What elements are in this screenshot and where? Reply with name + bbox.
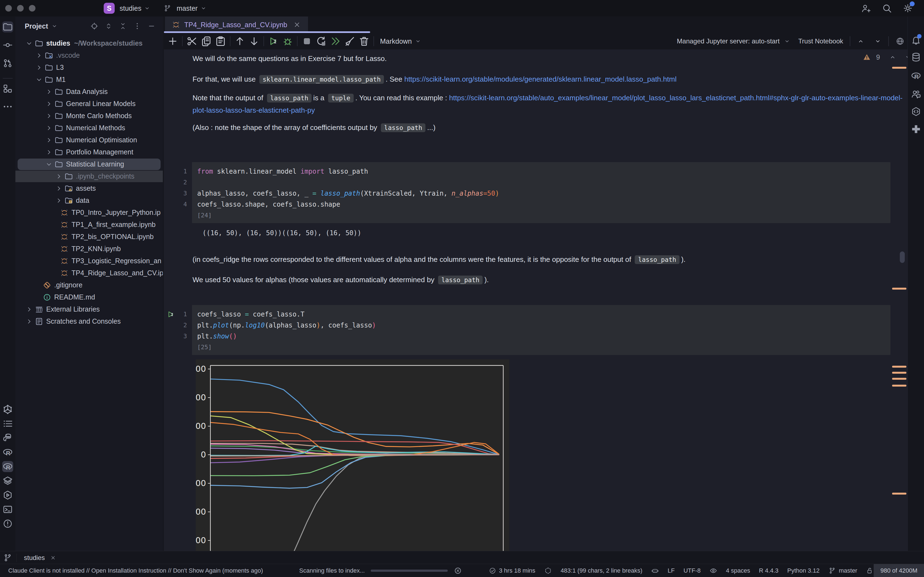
tree-item--gitignore[interactable]: .gitignore (15, 279, 163, 291)
chevron-right-icon[interactable] (25, 318, 33, 325)
chevron-right-icon[interactable] (35, 52, 43, 60)
hide-panel-button[interactable] (147, 22, 156, 30)
paste-cell-button[interactable] (213, 35, 228, 47)
expand-all-button[interactable] (105, 22, 113, 30)
next-cell-button[interactable] (874, 37, 882, 45)
code-line[interactable]: plt.show() (197, 331, 237, 342)
window-zoom-button[interactable] (29, 5, 36, 11)
tree-item-l3[interactable]: L3 (15, 61, 163, 74)
tree-item-numerical-methods[interactable]: Numerical Methods (15, 122, 163, 134)
window-minimize-button[interactable] (17, 5, 24, 11)
tree-item--ipynb-checkpoints[interactable]: .ipynb_checkpoints (15, 170, 163, 182)
right-strip-item-r-graphics[interactable]: R (911, 70, 922, 81)
jupyter-server-selector[interactable]: Managed Jupyter server: auto-start (677, 37, 780, 45)
code-line[interactable]: alphas_lasso, coefs_lasso, _ = lasso_pat… (197, 188, 499, 199)
copy-cell-button[interactable] (199, 35, 213, 47)
tree-item-tp2-bis-optional-ipynb[interactable]: TP2_bis_OPTIONAL.ipynb (15, 231, 163, 243)
tree-item-monte-carlo-methods[interactable]: Monte Carlo Methods (15, 110, 163, 122)
chevron-down-icon[interactable] (25, 40, 33, 47)
tree-item-external-libraries[interactable]: External Libraries (15, 303, 163, 316)
add-cell-button[interactable] (166, 35, 180, 47)
chevron-right-icon[interactable] (45, 124, 53, 132)
move-cell-down-button[interactable] (247, 35, 261, 47)
window-close-button[interactable] (5, 5, 12, 11)
status-widget-python-interpreter[interactable]: Python 3.12 (787, 567, 819, 574)
options-menu-button[interactable] (133, 22, 141, 30)
right-strip-item-packages[interactable] (911, 106, 922, 117)
activity-bar-item-todo[interactable] (2, 418, 13, 429)
tab-tp4-ridge-lasso[interactable]: TP4_Ridge_Lasso_and_CV.ipynb (165, 16, 308, 33)
right-strip-item-notifications[interactable] (911, 35, 922, 46)
tree-item-tp4-ridge-lasso-and-cv-ip[interactable]: TP4_Ridge_Lasso_and_CV.ip (15, 267, 163, 279)
project-switcher[interactable]: studies (120, 5, 141, 12)
activity-bar-item-commit[interactable] (2, 40, 13, 50)
tree-item-data[interactable]: data (15, 195, 163, 206)
settings-button[interactable] (903, 3, 913, 13)
tree-item-scratches-and-consoles[interactable]: Scratches and Consoles (15, 316, 163, 327)
chevron-down-icon[interactable] (45, 160, 53, 168)
tree-item-tp1-a-first-example-ipynb[interactable]: TP1_A_first_example.ipynb (15, 219, 163, 231)
chevron-right-icon[interactable] (45, 148, 53, 156)
close-icon[interactable] (50, 554, 57, 561)
activity-bar-item-pull-requests[interactable] (2, 58, 13, 69)
activity-bar-item-layers[interactable] (2, 475, 13, 486)
right-strip-item-code-with-me[interactable] (911, 89, 922, 100)
chevron-right-icon[interactable] (45, 136, 53, 144)
tree-item-m1[interactable]: M1 (15, 74, 163, 86)
chevron-right-icon[interactable] (45, 100, 53, 108)
trust-notebook-button[interactable]: Trust Notebook (798, 37, 843, 45)
status-widget-ai-assistant-status[interactable] (651, 567, 659, 575)
activity-bar-item-dependencies[interactable] (2, 404, 13, 415)
cut-cell-button[interactable] (185, 35, 199, 47)
status-widget-r-interpreter[interactable]: R 4.4.3 (759, 567, 779, 574)
interrupt-kernel-button[interactable] (300, 35, 314, 47)
search-icon[interactable] (882, 3, 892, 13)
right-strip-item-plugins[interactable] (911, 124, 922, 135)
right-strip-item-database[interactable] (911, 52, 922, 63)
tree-item-data-analysis[interactable]: Data Analysis (15, 86, 163, 98)
status-widget-caret-position[interactable]: 483:1 (99 chars, 2 line breaks) (561, 567, 642, 574)
tree-item-statistical-learning[interactable]: Statistical Learning (15, 158, 163, 170)
close-icon[interactable] (292, 20, 301, 29)
tree-item-numerical-optimisation[interactable]: Numerical Optimisation (15, 134, 163, 146)
chevron-right-icon[interactable] (55, 172, 63, 180)
memory-indicator[interactable]: 980 of 4200M (874, 564, 924, 577)
tree-item-assets[interactable]: assets (15, 182, 163, 195)
status-message[interactable]: Claude Client is not installed // Open I… (8, 567, 263, 574)
restart-kernel-button[interactable] (314, 35, 328, 47)
tree-item-tp3-logistic-regression-an[interactable]: TP3_Logistic_Regression_an (15, 255, 163, 267)
notebook-editor[interactable]: 9 6004002000−200−400−600 We will do the … (164, 50, 908, 551)
activity-bar-item-problems[interactable] (2, 518, 13, 529)
run-gutter-icon[interactable] (166, 309, 176, 319)
select-opened-file-button[interactable] (90, 22, 99, 30)
tree-item--vscode[interactable]: .vscode (15, 50, 163, 61)
activity-bar-item-more-tool-windows[interactable] (2, 101, 13, 112)
chevron-right-icon[interactable] (25, 306, 33, 313)
hyperlink[interactable]: https://scikit-learn.org/stable/modules/… (404, 75, 677, 83)
status-widget-git-branch[interactable]: master (828, 567, 857, 575)
add-user-icon[interactable] (861, 3, 871, 13)
debug-cell-button[interactable] (281, 35, 295, 47)
status-widget-reader-mode[interactable] (709, 567, 717, 575)
tree-item-studies[interactable]: studies~/Workspace/studies (15, 37, 163, 50)
globe-icon[interactable] (895, 37, 905, 46)
chevron-right-icon[interactable] (35, 64, 43, 71)
run-all-cells-button[interactable] (328, 35, 342, 47)
project-panel-title[interactable]: Project (25, 22, 48, 30)
activity-bar-item-terminal[interactable] (2, 504, 13, 515)
activity-bar-item-project[interactable] (2, 21, 13, 32)
chevron-right-icon[interactable] (55, 185, 63, 192)
code-line[interactable]: plt.plot(np.log10(alphas_lasso), coefs_l… (197, 320, 376, 331)
cell-type-dropdown[interactable]: Markdown (380, 37, 422, 45)
tree-item-tp0-intro-jupyter-python-ip[interactable]: TP0_Intro_Jupyter_Python.ip (15, 206, 163, 219)
tree-item-general-linear-models[interactable]: General Linear Models (15, 98, 163, 110)
activity-bar-item-r-console[interactable]: R (2, 447, 13, 458)
chevron-right-icon[interactable] (45, 88, 53, 96)
tool-window-tab-studies[interactable]: studies (20, 554, 60, 562)
chevron-right-icon[interactable] (45, 112, 53, 120)
code-line[interactable]: coefs_lasso = coefs_lasso.T (197, 309, 304, 320)
chevron-right-icon[interactable] (55, 197, 63, 205)
activity-bar-item-r-tools[interactable]: R (2, 461, 13, 472)
move-cell-up-button[interactable] (233, 35, 247, 47)
chevron-down-icon[interactable] (35, 76, 43, 84)
